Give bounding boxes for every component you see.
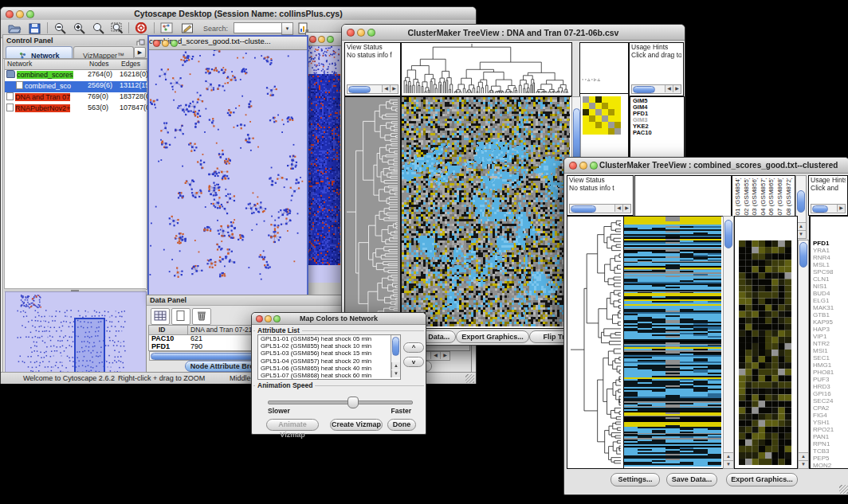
move-up-button[interactable]: ^ bbox=[403, 342, 424, 353]
correlation-mini-heatmap[interactable] bbox=[583, 96, 621, 135]
scroll-down-icon[interactable]: ▼ bbox=[391, 370, 400, 377]
list-vscrollbar[interactable]: ▲ ▼ bbox=[391, 335, 400, 377]
network-titlebar[interactable]: combined_scores_good.txt--cluste... bbox=[149, 37, 307, 50]
zoom-window-icon[interactable] bbox=[327, 36, 334, 43]
scroll-right-icon[interactable]: ▶ bbox=[390, 85, 398, 92]
scroll-left-icon[interactable]: ◀ bbox=[665, 85, 673, 92]
dialog-titlebar[interactable]: Map Colors to Network bbox=[252, 313, 426, 325]
gene-label[interactable]: ELG1 bbox=[813, 297, 834, 304]
gene-label[interactable]: PHO81 bbox=[813, 369, 834, 376]
minimize-icon[interactable] bbox=[579, 162, 587, 170]
attribute-item[interactable]: GPL51-01 (GSM854) heat shock 05 min bbox=[258, 335, 400, 342]
slider-thumb[interactable] bbox=[347, 397, 359, 408]
network-row[interactable]: combined_scores 2764(0) 16218(0) bbox=[5, 70, 147, 81]
gene-label[interactable]: RNR4 bbox=[813, 254, 834, 261]
scroll-right-icon[interactable]: ▶ bbox=[673, 85, 681, 92]
gene-label[interactable]: GPI16 bbox=[813, 390, 834, 397]
gene-label[interactable]: KAP95 bbox=[813, 318, 834, 326]
resize-grip[interactable] bbox=[839, 485, 848, 494]
gene-label[interactable]: NIS1 bbox=[813, 283, 834, 290]
sliver-titlebar[interactable] bbox=[306, 33, 342, 46]
gene-label[interactable]: TCB3 bbox=[813, 447, 834, 455]
attribute-listbox[interactable]: GPL51-01 (GSM854) heat shock 05 minGPL51… bbox=[257, 334, 401, 380]
scroll-right-icon[interactable]: ▶ bbox=[440, 352, 450, 359]
gene-label[interactable]: PEP5 bbox=[813, 455, 834, 462]
scroll-up-icon[interactable]: ▲ bbox=[724, 452, 733, 460]
gene-label[interactable]: RPO21 bbox=[813, 426, 834, 433]
attribute-item[interactable]: GPL51-02 (GSM855) heat shock 10 min bbox=[258, 342, 400, 350]
birdseye-overview[interactable] bbox=[5, 291, 147, 379]
gene-label[interactable]: CPA2 bbox=[813, 404, 834, 412]
treeview2-titlebar[interactable]: ClusterMaker TreeView : combined_scores_… bbox=[564, 158, 848, 174]
network-canvas[interactable] bbox=[149, 37, 304, 282]
done-button[interactable]: Done bbox=[387, 419, 416, 431]
gene-label[interactable]: HRD3 bbox=[813, 383, 834, 390]
gene-label[interactable]: FIG4 bbox=[813, 412, 834, 419]
gene-label[interactable]: GTB1 bbox=[813, 311, 834, 318]
gene-label[interactable]: BUD4 bbox=[813, 290, 834, 297]
network-row[interactable]: RNAPuberNov2+ 563(0) 107847(0) bbox=[5, 104, 147, 115]
gene-label[interactable]: SPC98 bbox=[813, 268, 834, 275]
usage-hints-hscrollbar[interactable]: ▶ bbox=[811, 204, 846, 213]
network-canvas-partial[interactable] bbox=[306, 33, 340, 283]
gene-label[interactable]: MAK31 bbox=[813, 304, 834, 311]
zoom-window-icon[interactable] bbox=[171, 40, 178, 47]
view-status-hscrollbar[interactable]: ◀ ▶ bbox=[569, 204, 631, 213]
gene-label[interactable]: PUF3 bbox=[813, 376, 834, 383]
export-graphics-button[interactable]: Export Graphics... bbox=[456, 330, 529, 343]
animate-vizmap-button[interactable]: Animate Vizmap bbox=[266, 419, 319, 431]
gene-label[interactable]: NTR2 bbox=[813, 340, 834, 347]
close-icon[interactable] bbox=[309, 36, 316, 43]
gene-label[interactable]: MSL1 bbox=[813, 261, 834, 268]
main-titlebar[interactable]: Cytoscape Desktop (Session Name: collins… bbox=[1, 7, 476, 21]
usage-hints-hscrollbar[interactable]: ◀ ▶ bbox=[631, 84, 681, 94]
network-overview-icon[interactable] bbox=[159, 21, 176, 36]
column-dendrogram[interactable] bbox=[401, 42, 572, 96]
gene-label[interactable]: SEC1 bbox=[813, 354, 834, 361]
attribute-item[interactable]: GPL51-04 (GSM857) heat shock 20 min bbox=[258, 357, 400, 365]
scroll-left-icon[interactable]: ◀ bbox=[430, 352, 440, 359]
col-network[interactable]: Network bbox=[7, 60, 32, 68]
gene-label[interactable]: MON2 bbox=[813, 462, 834, 469]
attribute-item[interactable]: GPL51-07 (GSM868) heat shock 60 min bbox=[258, 372, 400, 379]
tab-network[interactable]: Network bbox=[6, 46, 73, 58]
col-nodes[interactable]: Nodes bbox=[89, 60, 109, 68]
gene-label[interactable]: SEC24 bbox=[813, 397, 834, 404]
treeview1-titlebar[interactable]: ClusterMaker TreeView : DNA and Tran 07-… bbox=[342, 25, 685, 41]
col-edges[interactable]: Edges bbox=[121, 60, 140, 68]
new-attribute-icon[interactable] bbox=[171, 308, 190, 325]
heatmap-vscrollbar[interactable]: ▲ ▼ bbox=[723, 216, 734, 469]
zoom-heatmap-box[interactable] bbox=[734, 216, 798, 469]
tab-vizmapper[interactable]: VizMapper™ bbox=[73, 46, 134, 58]
zoom-vscrollbar[interactable]: ▲ ▼ bbox=[798, 240, 809, 469]
attribute-item[interactable]: GPL51-06 (GSM865) heat shock 40 min bbox=[258, 365, 400, 372]
gene-label[interactable]: PAC10 bbox=[633, 130, 652, 136]
gene-label[interactable]: RPN1 bbox=[813, 440, 834, 447]
move-down-button[interactable]: v bbox=[403, 357, 424, 367]
overview-selection-rect[interactable] bbox=[74, 318, 105, 377]
view-status-hscrollbar[interactable]: ◀ ▶ bbox=[347, 84, 398, 94]
minimize-icon[interactable] bbox=[318, 36, 325, 43]
tab-overflow-icon[interactable]: ▶ bbox=[134, 47, 146, 58]
global-heatmap[interactable] bbox=[401, 96, 572, 329]
gene-label[interactable]: MSI1 bbox=[813, 347, 834, 354]
mini-toolbar-icons[interactable]: ◦◦▵◦▹▵ bbox=[582, 76, 601, 83]
settings-button[interactable]: Settings... bbox=[610, 473, 660, 486]
close-icon[interactable] bbox=[569, 162, 577, 170]
scroll-down-icon[interactable]: ▼ bbox=[724, 460, 733, 468]
close-icon[interactable] bbox=[153, 40, 160, 47]
network-row[interactable]: DNA and Tran 07 769(0) 183728(0) bbox=[5, 92, 147, 104]
gene-label[interactable]: YSH1 bbox=[813, 419, 834, 426]
scroll-down-icon[interactable]: ▼ bbox=[799, 460, 808, 468]
gene-label[interactable]: YRA1 bbox=[813, 247, 834, 254]
delete-attribute-trash-icon[interactable] bbox=[192, 308, 211, 325]
gene-label[interactable]: PFD1 bbox=[813, 240, 834, 247]
export-graphics-button[interactable]: Export Graphics... bbox=[726, 473, 798, 486]
resize-grip[interactable] bbox=[465, 374, 474, 383]
network-row-selected[interactable]: combined_sco 2569(6) 13112(15) bbox=[5, 81, 147, 92]
col-id[interactable]: ID bbox=[159, 326, 166, 334]
global-heatmap[interactable] bbox=[623, 216, 724, 469]
scroll-right-icon[interactable]: ▶ bbox=[837, 205, 845, 212]
table-select-icon[interactable] bbox=[151, 308, 170, 325]
search-dropdown-icon[interactable]: ▼ bbox=[281, 22, 293, 35]
